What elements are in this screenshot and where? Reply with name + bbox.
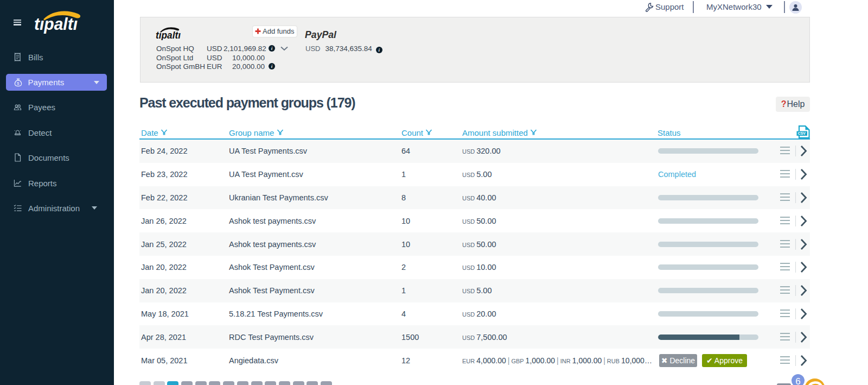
svg-text:tıpaltı: tıpaltı <box>156 30 181 40</box>
svg-text:PayPal: PayPal <box>305 29 337 40</box>
svg-text:tıpaltı: tıpaltı <box>34 14 78 34</box>
svg-text:CSV: CSV <box>798 131 806 135</box>
svg-text:$: $ <box>16 81 19 86</box>
